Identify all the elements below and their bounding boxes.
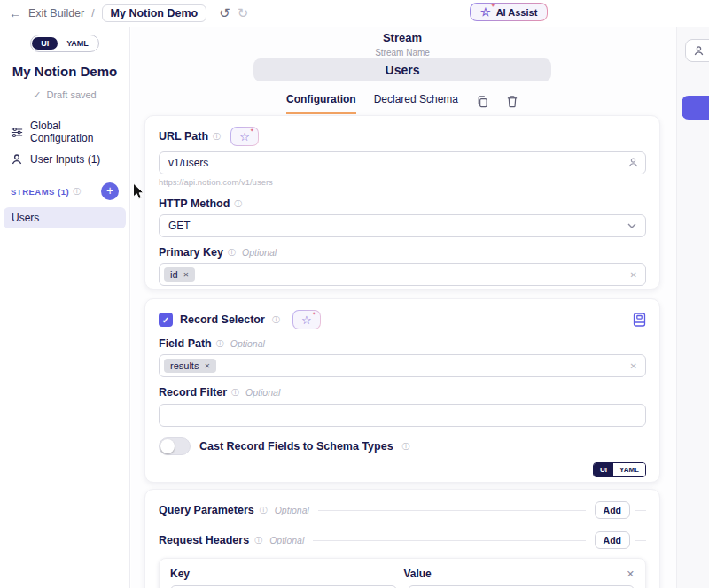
copy-stream-icon[interactable] [476,95,488,112]
user-icon [693,45,705,57]
http-method-row: HTTP Method ⓘ [159,197,646,210]
draft-status-label: Draft saved [46,89,96,101]
request-config-card: URL Path ⓘ ☆✦ https://api.notion.com/v1/… [144,115,660,290]
tab-declared-schema[interactable]: Declared Schema [374,93,458,114]
header-key-label: Key [170,568,393,580]
sidebar-item-label: Global Configuration [30,120,119,144]
stream-name-input[interactable] [253,58,551,81]
info-icon: ⓘ [213,133,221,141]
redo-icon[interactable]: ↻ [238,5,249,21]
exit-builder-link[interactable]: Exit Builder [28,7,84,19]
record-selector-ui-yaml-toggle[interactable]: UI YAML [593,462,646,477]
sidebar-item-user-inputs[interactable]: User Inputs (1) [0,149,129,170]
project-name-box[interactable]: My Notion Demo [102,4,207,22]
divider-line [635,510,646,511]
header-value-label: Value [403,568,626,580]
toggle-yaml-option[interactable]: YAML [58,37,97,50]
http-method-value: GET [168,220,191,232]
delete-stream-icon[interactable] [506,95,518,112]
testing-values-button[interactable] [685,39,709,62]
clear-field-icon[interactable]: ✕ [630,361,637,371]
sparkle-icon: ☆✦ [239,131,250,143]
record-selector-card: ✓ Record Selector ⓘ ☆✦ Field Path ⓘ Opti… [144,298,660,483]
record-selector-checkbox[interactable]: ✓ [159,313,173,327]
request-options-card: Query Parameters ⓘ Optional Add Request … [144,489,660,588]
header-labels-row: Key Value ✕ [170,568,635,580]
ai-assist-button[interactable]: ☆✦ AI Assist [470,3,548,21]
add-stream-button[interactable]: + [101,182,119,200]
cast-fields-toggle[interactable] [159,437,191,455]
clear-field-icon[interactable]: ✕ [630,270,637,280]
record-selector-header: ✓ Record Selector ⓘ ☆✦ [159,310,646,329]
http-method-label: HTTP Method [159,197,230,210]
sidebar-stream-users[interactable]: Users [4,207,126,228]
info-icon: ⓘ [402,443,410,451]
request-header-item: Key Value ✕ [159,558,646,588]
field-path-label: Field Path [159,337,212,350]
toggle-ui-option[interactable]: UI [32,37,58,50]
undo-icon[interactable]: ↺ [219,5,230,21]
tag-chip-label: id [170,269,178,280]
sidebar: UI YAML My Notion Demo ✓ Draft saved Glo… [0,27,130,588]
sparkle-icon: ☆✦ [480,6,491,18]
docs-icon[interactable] [633,313,646,327]
back-arrow-icon[interactable]: ← [9,6,21,20]
breadcrumb-separator: / [91,7,94,19]
field-path-tag-input[interactable]: results ✕ ✕ [159,354,646,377]
optional-label: Optional [269,535,304,545]
mouse-cursor [132,182,145,201]
info-icon: ⓘ [260,507,268,514]
http-method-select[interactable]: GET [159,214,646,237]
tag-chip: id ✕ [164,267,195,282]
url-path-row: URL Path ⓘ ☆✦ [159,127,646,146]
url-path-ai-button[interactable]: ☆✦ [230,127,259,146]
primary-key-row: Primary Key ⓘ Optional [159,246,646,259]
remove-tag-icon[interactable]: ✕ [183,271,190,279]
testing-panel-collapsed [676,27,709,588]
toggle-ui-option[interactable]: UI [594,463,613,476]
query-parameters-row: Query Parameters ⓘ Optional Add [159,500,646,520]
topbar: ← Exit Builder / My Notion Demo ↺ ↻ ☆✦ A… [0,0,709,27]
record-filter-row: Record Filter ⓘ Optional [159,386,646,398]
ai-assist-label: AI Assist [496,7,538,18]
divider-line [635,540,646,541]
tab-configuration[interactable]: Configuration [286,93,356,114]
info-icon: ⓘ [216,340,224,348]
remove-header-icon[interactable]: ✕ [627,569,635,580]
record-selector-label: Record Selector [180,313,265,326]
add-query-parameter-button[interactable]: Add [595,501,630,519]
test-stream-button[interactable] [682,96,709,120]
divider-line [313,540,585,541]
connector-builder-app: ← Exit Builder / My Notion Demo ↺ ↻ ☆✦ A… [0,0,709,588]
divider-line [318,510,586,511]
field-path-row: Field Path ⓘ Optional [159,337,646,350]
primary-key-tag-input[interactable]: id ✕ ✕ [159,263,646,286]
streams-header: STREAMS (1) ⓘ + [0,182,129,200]
info-icon: ⓘ [228,249,236,257]
toggle-yaml-option[interactable]: YAML [613,463,645,476]
record-selector-ai-button[interactable]: ☆✦ [292,310,321,329]
user-variable-icon[interactable] [627,157,639,171]
stream-name-label: Stream Name [144,48,660,58]
sidebar-nav: Global Configuration User Inputs (1) [0,115,129,170]
optional-label: Optional [275,505,309,515]
info-icon: ⓘ [234,200,242,208]
cast-fields-row: Cast Record Fields to Schema Types ⓘ [159,437,646,455]
remove-tag-icon[interactable]: ✕ [204,362,210,370]
query-parameters-label: Query Parameters [159,504,254,516]
sidebar-item-global-configuration[interactable]: Global Configuration [0,115,129,149]
info-icon: ⓘ [254,537,262,545]
ui-yaml-toggle[interactable]: UI YAML [30,35,99,52]
url-path-label: URL Path [159,130,208,143]
url-path-input[interactable] [159,151,646,174]
cast-fields-label: Cast Record Fields to Schema Types [199,440,393,453]
optional-label: Optional [230,338,265,349]
info-icon: ⓘ [73,188,81,196]
url-preview: https://api.notion.com/v1/users [159,177,646,187]
record-filter-input[interactable] [159,404,646,427]
add-request-header-button[interactable]: Add [595,531,630,549]
check-icon: ✓ [33,89,41,101]
tag-chip-label: results [170,360,199,371]
record-filter-label: Record Filter [159,386,227,398]
toggle-knob [160,439,175,453]
